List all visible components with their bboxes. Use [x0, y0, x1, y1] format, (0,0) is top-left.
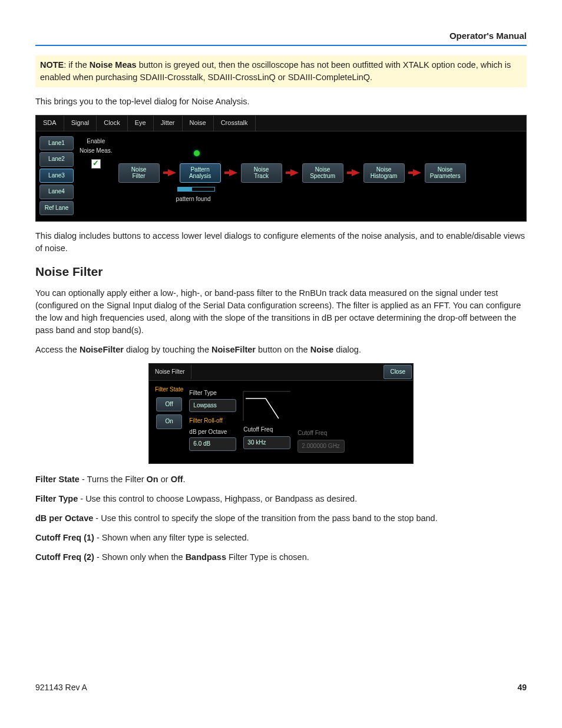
filter-on-button[interactable]: On: [156, 414, 182, 429]
def-db-per-octave: dB per Octave - Use this control to spec…: [35, 512, 527, 525]
tab-noise[interactable]: Noise: [183, 116, 214, 131]
page-footer: 921143 Rev A 49: [35, 681, 527, 693]
dialog-description: This dialog includes buttons to access l…: [35, 230, 527, 255]
tab-signal[interactable]: Signal: [64, 116, 97, 131]
def-cutoff2: Cutoff Freq (2) - Shown only when the Ba…: [35, 551, 527, 564]
intro-paragraph: This brings you to the top-level dialog …: [35, 95, 527, 108]
enable-checkbox[interactable]: ✓: [91, 159, 101, 169]
noise-analysis-dialog: SDA Signal Clock Eye Jitter Noise Crosst…: [35, 115, 527, 222]
filter-description: You can optionally apply either a low-, …: [35, 287, 527, 337]
status-indicator-icon: [194, 150, 200, 156]
def-filter-type: Filter Type - Use this control to choose…: [35, 493, 527, 505]
page-header: Operator's Manual: [35, 29, 527, 46]
note-text1: : if the: [64, 60, 90, 70]
enable-noise-meas: Enable Noise Meas. ✓: [80, 136, 113, 169]
pattern-found-label: pattern found: [176, 195, 211, 204]
noise-track-button[interactable]: Noise Track: [241, 163, 282, 183]
cutoff1-label: Cutoff Freq: [243, 426, 290, 434]
note-prefix: NOTE: [40, 60, 64, 70]
enable-label2: Noise Meas.: [80, 147, 113, 156]
close-button[interactable]: Close: [384, 365, 412, 380]
lane4-button[interactable]: Lane4: [39, 185, 74, 199]
arrow-icon: [224, 169, 237, 176]
tab-sda[interactable]: SDA: [36, 116, 64, 131]
def-cutoff1: Cutoff Freq (1) - Shown when any filter …: [35, 532, 527, 544]
note-bold1: Noise Meas: [90, 60, 137, 70]
lane-column: Lane1 Lane2 Lane3 Lane4 Ref Lane: [39, 136, 74, 216]
enable-label1: Enable: [87, 137, 105, 146]
reflane-button[interactable]: Ref Lane: [39, 201, 74, 216]
tab-crosstalk[interactable]: Crosstalk: [214, 116, 256, 131]
noise-filter-dialog: Noise Filter Close Filter State Off On F…: [148, 363, 414, 465]
filter-rolloff-label: Filter Roll-off: [189, 417, 236, 426]
access-instruction: Access the NoiseFilter dialog by touchin…: [35, 344, 527, 356]
noise-spectrum-button[interactable]: Noise Spectrum: [302, 163, 343, 183]
filter-response-icon: [242, 390, 292, 422]
arrow-icon: [408, 169, 421, 176]
cutoff1-field[interactable]: 30 kHz: [243, 436, 290, 450]
arrow-icon: [163, 169, 176, 176]
page-number: 49: [517, 681, 527, 693]
tab-eye[interactable]: Eye: [128, 116, 154, 131]
noise-parameters-button[interactable]: Noise Parameters: [425, 163, 466, 183]
filter-off-button[interactable]: Off: [156, 397, 182, 412]
arrow-icon: [347, 169, 360, 176]
cutoff2-label: Cutoff Freq: [297, 429, 345, 438]
lane3-button[interactable]: Lane3: [39, 169, 74, 183]
noise-filter-button[interactable]: Noise Filter: [118, 163, 160, 183]
progress-bar: [177, 187, 215, 192]
tab-clock[interactable]: Clock: [97, 116, 128, 131]
noise-histogram-button[interactable]: Noise Histogram: [363, 163, 405, 183]
pattern-analysis-button[interactable]: Pattern Analysis: [180, 163, 221, 183]
filter-type-select[interactable]: Lowpass: [189, 399, 236, 413]
lane2-button[interactable]: Lane2: [39, 152, 74, 167]
arrow-icon: [286, 169, 299, 176]
lane1-button[interactable]: Lane1: [39, 136, 74, 151]
db-per-octave-label: dB per Octave: [189, 428, 236, 437]
tab-jitter[interactable]: Jitter: [154, 116, 183, 131]
noise-filter-heading: Noise Filter: [35, 263, 527, 281]
rev-label: 921143 Rev A: [35, 681, 87, 693]
cutoff2-field: 2.000000 GHz: [297, 440, 345, 453]
note-box: NOTE: if the Noise Meas button is greyed…: [35, 55, 527, 87]
tab-bar: SDA Signal Clock Eye Jitter Noise Crosst…: [36, 116, 526, 131]
filter-state-label: Filter State: [155, 386, 183, 394]
flow-area: Noise Filter Pattern Analysis Noise Trac…: [118, 136, 523, 213]
filter-type-label: Filter Type: [189, 389, 236, 398]
db-per-octave-field[interactable]: 6.0 dB: [189, 437, 236, 451]
def-filter-state: Filter State - Turns the Filter On or Of…: [35, 473, 527, 486]
dialog-title: Noise Filter: [149, 365, 191, 380]
